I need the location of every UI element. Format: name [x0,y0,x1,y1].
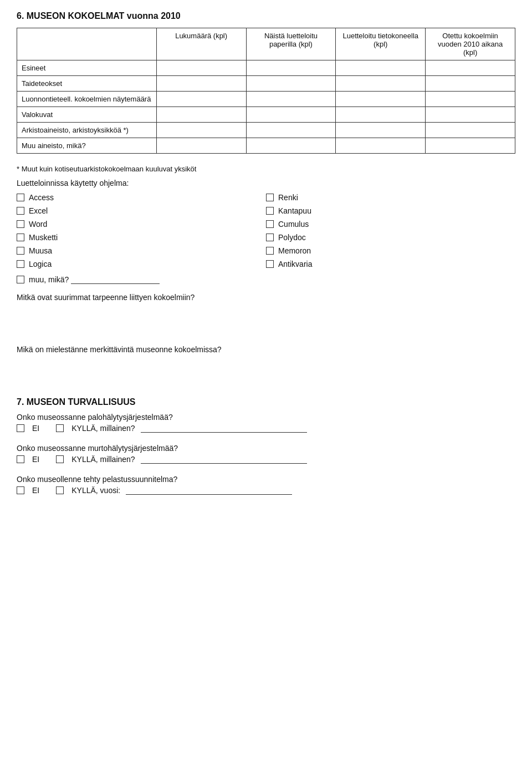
section7-q2-yes-checkbox[interactable] [56,455,64,463]
program-checkbox-row: Memoron [266,246,515,255]
muu-mika-field[interactable] [71,275,160,284]
section7-q3-text: Onko museollenne tehty pelastussuunnitel… [17,475,515,484]
section7-q2-block: Onko museossanne murtohälytysjärjestelmä… [17,444,515,464]
program-checkbox-row: Polydoc [266,233,515,242]
program-checkbox[interactable] [266,247,274,255]
section7-q3-block: Onko museollenne tehty pelastussuunnitel… [17,475,515,495]
program-checkbox-row: Muusa [17,246,266,255]
table-cell-lkm[interactable] [156,76,246,92]
program-checkbox-row: Antikvaria [266,260,515,268]
program-checkbox-row: Excel [17,206,266,215]
section7-q3-options: EI KYLLÄ, vuosi: [17,486,515,495]
question1-block: Mitkä ovat suurimmat tarpeenne liittyen … [17,293,515,334]
table-cell-label: Valokuvat [17,107,157,123]
program-label: Antikvaria [278,260,312,268]
table-row: Valokuvat [17,107,515,123]
program-checkbox[interactable] [17,247,24,255]
section7-q3-no-label: EI [32,486,39,495]
section7-q2-no-label: EI [32,455,39,464]
program-label: Word [29,220,47,229]
section7-q1-no-label: EI [32,424,39,433]
program-checkbox[interactable] [266,220,274,228]
program-label: Memoron [278,246,311,255]
program-label: Polydoc [278,233,306,242]
table-cell-lkm[interactable] [156,107,246,123]
table-cell-naista[interactable] [246,92,336,107]
section7-q1-yes-label: KYLLÄ, millainen? [71,424,135,433]
col-header-lkm: Lukumäärä (kpl) [156,28,246,60]
table-row: Luonnontieteell. kokoelmien näytemäärä [17,92,515,107]
table-cell-otettu[interactable] [426,60,515,76]
muu-mika-checkbox[interactable] [17,276,24,283]
table-cell-lkm[interactable] [156,123,246,138]
section7-q3-yes-checkbox[interactable] [56,486,64,494]
program-checkbox-row: Cumulus [266,220,515,229]
question2-text: Mikä on mielestänne merkittävintä museon… [17,345,515,354]
table-cell-lkm[interactable] [156,138,246,154]
table-cell-label: Esineet [17,60,157,76]
table-cell-otettu[interactable] [426,76,515,92]
table-cell-luetteloitu[interactable] [336,123,426,138]
program-checkbox[interactable] [266,260,274,268]
footnote-text: * Muut kuin kotiseutuarkistokokoelmaan k… [17,163,515,173]
table-cell-luetteloitu[interactable] [336,138,426,154]
table-row: Esineet [17,60,515,76]
program-checkbox[interactable] [17,207,24,215]
table-cell-naista[interactable] [246,60,336,76]
table-cell-otettu[interactable] [426,92,515,107]
table-row: Arkistoaineisto, arkistoyksikköä *) [17,123,515,138]
table-row: Taideteokset [17,76,515,92]
section7-q2-no-checkbox[interactable] [17,455,24,463]
program-label: Renki [278,193,298,202]
table-cell-lkm[interactable] [156,60,246,76]
table-cell-naista[interactable] [246,123,336,138]
table-cell-naista[interactable] [246,76,336,92]
program-checkbox[interactable] [17,260,24,268]
col-header-luetteloitu: Luetteloitu tietokoneella (kpl) [336,28,426,60]
section7-q1-yes-checkbox[interactable] [56,424,64,432]
program-checkbox[interactable] [266,234,274,241]
program-checkbox[interactable] [17,220,24,228]
section7-q1-yes-option: KYLLÄ, millainen? [56,424,306,433]
program-checkbox-row: Kantapuu [266,206,515,215]
table-cell-otettu[interactable] [426,123,515,138]
question1-answer[interactable] [17,306,515,334]
section7-q1-no-checkbox[interactable] [17,424,24,432]
program-columns: AccessExcelWordMuskettiMuusaLogica Renki… [17,193,515,273]
col-header-otettu: Otettu kokoelmiin vuoden 2010 aikana (kp… [426,28,515,60]
table-cell-naista[interactable] [246,138,336,154]
table-cell-otettu[interactable] [426,138,515,154]
section7-q2-no-option: EI [17,455,39,464]
table-cell-luetteloitu[interactable] [336,92,426,107]
section7-q2-options: EI KYLLÄ, millainen? [17,455,515,464]
program-checkbox[interactable] [17,194,24,201]
table-cell-luetteloitu[interactable] [336,76,426,92]
program-checkbox-row: Musketti [17,233,266,242]
table-cell-label: Arkistoaineisto, arkistoyksikköä *) [17,123,157,138]
program-checkbox-row: Logica [17,260,266,268]
muu-mika-label: muu, mikä? [29,275,69,284]
muu-mika-row: muu, mikä? [17,275,515,284]
section7-q2-yes-label: KYLLÄ, millainen? [71,455,135,464]
program-checkbox[interactable] [266,207,274,215]
table-cell-luetteloitu[interactable] [336,60,426,76]
section7-q2-yes-field[interactable] [141,455,307,464]
program-checkbox[interactable] [266,194,274,201]
program-label: Muusa [29,246,52,255]
program-label: Access [29,193,54,202]
section7-q1-no-option: EI [17,424,39,433]
program-label: Musketti [29,233,58,242]
program-checkbox[interactable] [17,234,24,241]
col-header-naista: Näistä luetteloitu paperilla (kpl) [246,28,336,60]
table-cell-otettu[interactable] [426,107,515,123]
table-cell-naista[interactable] [246,107,336,123]
section7-q1-yes-field[interactable] [141,424,307,433]
table-cell-lkm[interactable] [156,92,246,107]
section7-q3-no-checkbox[interactable] [17,486,24,494]
table-cell-label: Muu aineisto, mikä? [17,138,157,154]
table-cell-luetteloitu[interactable] [336,107,426,123]
program-col-left: AccessExcelWordMuskettiMuusaLogica [17,193,266,273]
section7-q3-yes-field[interactable] [126,486,292,495]
question2-answer[interactable] [17,358,515,386]
section7-q1-block: Onko museossanne palohälytysjärjestelmää… [17,413,515,433]
